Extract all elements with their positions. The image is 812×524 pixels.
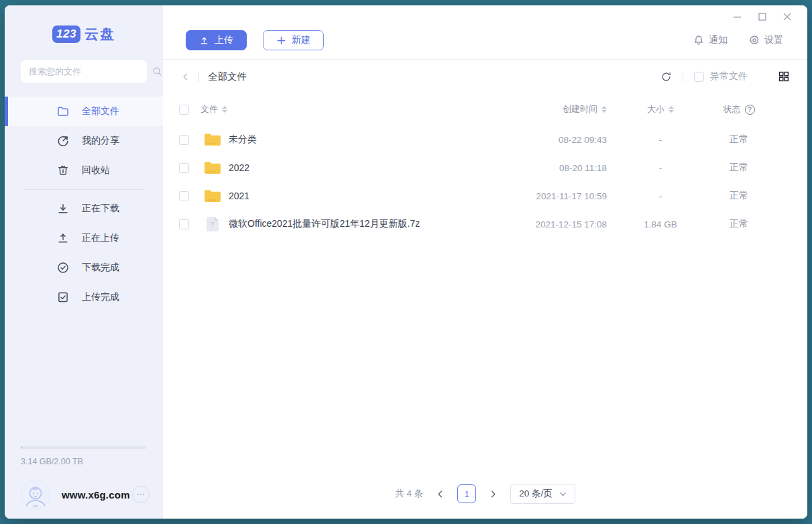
maximize-button[interactable] <box>750 7 774 26</box>
settings-button[interactable]: 设置 <box>749 34 783 46</box>
file-status: 正常 <box>714 134 764 146</box>
row-checkbox[interactable] <box>179 163 189 173</box>
upload-button[interactable]: 上传 <box>186 30 247 50</box>
page-number-button[interactable]: 1 <box>457 484 476 503</box>
sidebar-nav: 全部文件 我的分享 回收站 正在下载 正在上传 下载完成 上传完成 <box>5 97 163 312</box>
pathbar: 全部文件 异常文件 <box>163 60 807 93</box>
row-checkbox[interactable] <box>179 219 189 229</box>
storage-bar-fill <box>21 446 21 449</box>
breadcrumb: 全部文件 <box>208 70 247 83</box>
file-name: 未分类 <box>229 134 257 146</box>
search-input[interactable] <box>29 66 147 76</box>
close-button[interactable] <box>774 7 799 26</box>
sort-icon[interactable] <box>601 106 607 113</box>
download-icon <box>57 203 69 215</box>
select-all-checkbox[interactable] <box>179 105 189 115</box>
storage-meter: 3.14 GB/2.00 TB <box>21 446 147 466</box>
file-status: 正常 <box>714 218 764 230</box>
logo-text: 云盘 <box>84 25 115 44</box>
abnormal-files-checkbox[interactable] <box>694 72 704 82</box>
sidebar-item-uploading[interactable]: 正在上传 <box>5 223 163 253</box>
sidebar-item-download-done[interactable]: 下载完成 <box>5 253 163 282</box>
file-status: 正常 <box>714 162 764 174</box>
total-count: 共 4 条 <box>395 488 423 500</box>
app-window: 123 云盘 全部文件 我的分享 回收站 正在下载 正在上传 下载完成 上传完成 <box>5 5 807 519</box>
sidebar-item-upload-done[interactable]: 上传完成 <box>5 282 163 312</box>
check-circle-icon <box>57 262 69 274</box>
content-spacer <box>163 238 807 484</box>
file-size: 1.84 GB <box>607 219 714 229</box>
file-status: 正常 <box>714 190 764 202</box>
plus-icon <box>276 36 286 46</box>
sidebar-item-my-shares[interactable]: 我的分享 <box>5 126 163 156</box>
file-created: 2021-11-17 10:59 <box>479 191 607 201</box>
ellipsis-icon <box>136 490 146 499</box>
avatar[interactable] <box>21 480 50 509</box>
notifications-label: 通知 <box>709 34 728 46</box>
sidebar-item-downloading[interactable]: 正在下载 <box>5 194 163 223</box>
new-button[interactable]: 新建 <box>263 30 324 50</box>
minimize-button[interactable] <box>725 7 750 26</box>
file-created: 08-20 11:18 <box>479 163 607 173</box>
site-link[interactable]: www.x6g.com <box>62 489 130 501</box>
column-header-status: 状态 ? <box>714 103 764 115</box>
file-name: 微软Office2021批量许可版21年12月更新版.7z <box>229 218 420 230</box>
main-panel: 上传 新建 通知 <box>163 5 807 519</box>
new-button-label: 新建 <box>292 34 310 46</box>
search-icon <box>152 66 162 76</box>
toolbar: 上传 新建 通知 <box>163 28 807 59</box>
gear-icon <box>749 35 760 46</box>
page-size-value: 20 条/页 <box>519 488 553 500</box>
column-header-file: 文件 <box>200 103 479 115</box>
folder-icon <box>204 132 221 147</box>
sidebar-item-recycle-bin[interactable]: 回收站 <box>5 156 163 185</box>
upload-button-label: 上传 <box>215 34 233 46</box>
file-name: 2021 <box>229 191 249 201</box>
pathbar-divider <box>198 72 199 82</box>
back-icon[interactable] <box>181 72 190 81</box>
next-page-button[interactable] <box>489 490 498 499</box>
table-row[interactable]: 2021 2021-11-17 10:59 - 正常 <box>163 182 807 210</box>
sidebar-item-all-files[interactable]: 全部文件 <box>5 97 163 126</box>
pathbar-divider-2 <box>683 72 683 82</box>
share-icon <box>57 135 69 147</box>
file-created: 08-22 09:43 <box>479 135 607 145</box>
chevron-down-icon <box>559 490 567 498</box>
prev-page-button[interactable] <box>436 490 445 499</box>
pagination: 共 4 条 1 20 条/页 <box>163 484 807 519</box>
row-checkbox[interactable] <box>179 191 189 201</box>
upload-icon <box>199 36 209 46</box>
bell-icon <box>693 35 704 46</box>
page-size-select[interactable]: 20 条/页 <box>510 484 575 504</box>
check-doc-icon <box>57 291 69 303</box>
folder-icon <box>204 160 221 175</box>
svg-text:?: ? <box>210 221 214 229</box>
more-options-button[interactable] <box>132 486 150 503</box>
file-list: 未分类 08-22 09:43 - 正常 2022 08-20 11:18 - … <box>163 125 807 238</box>
file-size: - <box>607 163 714 173</box>
file-size: - <box>607 135 714 145</box>
upload-icon <box>57 232 69 244</box>
folder-outline-icon <box>57 105 69 117</box>
refresh-icon[interactable] <box>660 71 672 83</box>
notifications-button[interactable]: 通知 <box>693 34 728 46</box>
titlebar <box>163 5 807 28</box>
user-row: www.x6g.com <box>21 480 150 509</box>
sort-icon[interactable] <box>222 106 227 113</box>
table-header: 文件 创建时间 大小 状态 ? <box>163 93 807 125</box>
table-row[interactable]: ? 微软Office2021批量许可版21年12月更新版.7z 2021-12-… <box>163 210 807 238</box>
settings-label: 设置 <box>764 34 783 46</box>
row-checkbox[interactable] <box>179 135 189 145</box>
grid-view-icon[interactable] <box>778 71 789 82</box>
sort-icon[interactable] <box>669 106 674 113</box>
help-icon[interactable]: ? <box>745 105 755 115</box>
abnormal-files-label: 异常文件 <box>710 70 748 83</box>
file-size: - <box>607 191 714 201</box>
table-row[interactable]: 2022 08-20 11:18 - 正常 <box>163 154 807 182</box>
sidebar-divider <box>22 189 146 190</box>
app-logo: 123 云盘 <box>5 23 163 46</box>
unknown-file-icon: ? <box>204 217 221 231</box>
table-row[interactable]: 未分类 08-22 09:43 - 正常 <box>163 125 807 154</box>
column-header-created: 创建时间 <box>479 103 607 115</box>
file-created: 2021-12-15 17:08 <box>479 219 607 229</box>
